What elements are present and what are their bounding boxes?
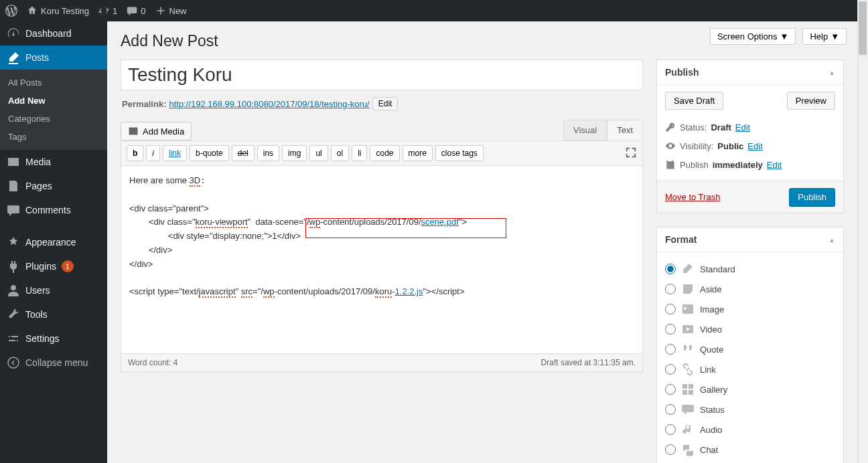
collapse-menu[interactable]: Collapse menu [0,351,107,375]
edit-visibility-link[interactable]: Edit [747,141,762,151]
scrollbar-thumb[interactable] [859,1,867,55]
permalink-label: Permalink: [122,99,166,109]
add-media-button[interactable]: Add Media [121,122,192,141]
menu-dashboard[interactable]: Dashboard [0,21,107,45]
qt-img[interactable]: img [282,145,307,161]
qt-bquote[interactable]: b-quote [190,145,229,161]
sub-all-posts[interactable]: All Posts [0,74,107,92]
help-button[interactable]: Help ▼ [802,28,847,45]
permalink-row: Permalink: http://192.168.99.100:8080/20… [122,97,642,110]
menu-settings[interactable]: Settings [0,327,107,351]
main-content: Screen Options ▼ Help ▼ Add New Post Per… [107,21,857,463]
menu-users[interactable]: Users [0,278,107,302]
svg-point-1 [8,357,19,368]
menu-appearance[interactable]: Appearance [0,230,107,254]
qt-li[interactable]: li [352,145,367,161]
format-quote[interactable]: Quote [665,339,835,359]
publish-button[interactable]: Publish [789,188,835,206]
edit-status-link[interactable]: Edit [735,122,750,132]
menu-plugins[interactable]: Plugins1 [0,254,107,278]
qt-close[interactable]: close tags [435,145,484,161]
window-scrollbar[interactable] [857,0,868,463]
svg-point-0 [11,285,16,290]
tab-visual[interactable]: Visual [563,120,607,141]
sub-tags[interactable]: Tags [0,128,107,146]
word-count: 4 [173,358,178,367]
edit-slug-button[interactable]: Edit [372,97,399,110]
permalink-link[interactable]: http://192.168.99.100:8080/2017/09/18/te… [169,99,369,109]
eye-icon [665,141,676,151]
menu-tools[interactable]: Tools [0,302,107,327]
site-home-link[interactable]: Koru Testing [27,5,89,16]
updates-count: 1 [113,6,117,16]
autosave-info: Draft saved at 3:11:35 am. [541,358,636,367]
sub-categories[interactable]: Categories [0,110,107,128]
site-name: Koru Testing [41,6,89,16]
edit-schedule-link[interactable]: Edit [767,160,782,170]
format-aside[interactable]: Aside [665,279,835,299]
wordpress-logo-icon[interactable] [5,5,17,17]
format-box-header[interactable]: Format▲ [657,227,843,252]
qt-code[interactable]: code [370,145,399,161]
preview-button[interactable]: Preview [787,92,835,110]
comments-link[interactable]: 0 [127,5,145,16]
menu-comments[interactable]: Comments [0,198,107,222]
toggle-icon: ▲ [828,69,835,76]
add-new-link[interactable]: New [155,5,187,16]
menu-pages[interactable]: Pages [0,174,107,198]
qt-bold[interactable]: b [127,145,143,161]
tab-text[interactable]: Text [607,120,643,141]
qt-ins[interactable]: ins [257,145,279,161]
qt-ul[interactable]: ul [309,145,328,161]
key-icon [665,122,676,132]
format-standard[interactable]: Standard [665,259,835,279]
admin-sidebar: Dashboard Posts All Posts Add New Catego… [0,21,107,463]
save-draft-button[interactable]: Save Draft [665,92,723,110]
updates-link[interactable]: 1 [98,5,117,16]
toggle-icon: ▲ [828,236,835,244]
format-gallery[interactable]: Gallery [665,379,835,399]
submenu-posts: All Posts Add New Categories Tags [0,70,107,150]
format-video[interactable]: Video [665,319,835,339]
comments-count: 0 [141,6,145,16]
editor-status-bar: Word count: 4 Draft saved at 3:11:35 am. [121,354,643,372]
format-status[interactable]: Status [665,399,835,420]
qt-more[interactable]: more [403,145,433,161]
qt-link[interactable]: link [163,145,187,161]
format-image[interactable]: Image [665,299,835,319]
editor-container: b i link b-quote del ins img ul ol li co… [121,141,643,354]
post-title-input[interactable] [121,60,643,90]
format-link[interactable]: Link [665,359,835,379]
admin-toolbar: Koru Testing 1 0 New [0,0,857,21]
sub-add-new[interactable]: Add New [0,92,107,110]
format-audio[interactable]: Audio [665,420,835,440]
menu-media[interactable]: Media [0,150,107,174]
publish-box: Publish▲ Save Draft Preview Status: Draf… [656,60,844,213]
move-to-trash-link[interactable]: Move to Trash [665,192,720,202]
publish-box-header[interactable]: Publish▲ [657,60,843,85]
plugins-update-badge: 1 [62,260,74,272]
format-chat[interactable]: Chat [665,440,835,460]
quicktags-toolbar: b i link b-quote del ins img ul ol li co… [121,141,642,166]
menu-posts[interactable]: Posts [0,45,107,70]
qt-italic[interactable]: i [146,145,160,161]
screen-options-button[interactable]: Screen Options ▼ [710,28,796,45]
content-textarea[interactable]: Here are some 3D: <div class="parent"> <… [121,166,642,353]
qt-del[interactable]: del [232,145,255,161]
format-box: Format▲ Standard Aside Image Video Quote… [656,227,844,463]
qt-ol[interactable]: ol [331,145,349,161]
calendar-icon [665,159,676,170]
new-label: New [169,6,187,16]
fullscreen-icon[interactable] [625,147,637,161]
